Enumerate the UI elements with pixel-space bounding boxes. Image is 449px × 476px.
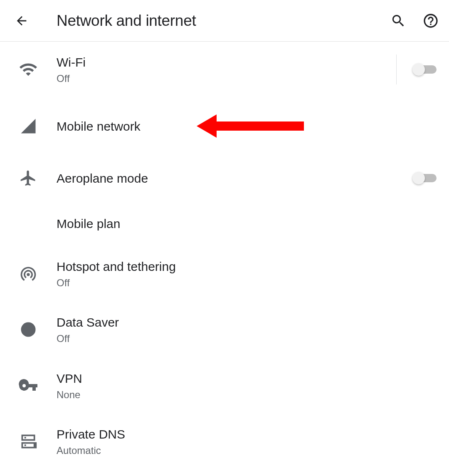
vpn-key-icon (0, 376, 57, 396)
item-wifi-sub: Off (57, 72, 384, 85)
item-wifi-title: Wi-Fi (57, 54, 384, 70)
item-mobile-plan-texts: Mobile plan (57, 216, 437, 232)
wifi-icon (0, 60, 57, 79)
wifi-divider (396, 55, 397, 84)
item-vpn-sub: None (57, 388, 437, 401)
item-mobile-network-texts: Mobile network (57, 118, 437, 134)
app-bar-actions (388, 11, 441, 31)
item-aeroplane-title: Aeroplane mode (57, 170, 401, 186)
help-outline-icon (422, 12, 439, 29)
item-mobile-plan-title: Mobile plan (57, 216, 437, 232)
item-mobile-plan[interactable]: Mobile plan (0, 201, 449, 246)
item-private-dns-title: Private DNS (57, 426, 437, 442)
item-hotspot-sub: Off (57, 276, 437, 289)
back-button[interactable] (12, 11, 32, 31)
item-wifi-trailing (384, 55, 437, 84)
item-data-saver-sub: Off (57, 332, 437, 345)
dns-icon (0, 432, 57, 451)
wifi-toggle-knob (412, 63, 425, 76)
item-aeroplane-texts: Aeroplane mode (57, 170, 401, 186)
item-data-saver-title: Data Saver (57, 314, 437, 330)
aeroplane-toggle[interactable] (413, 174, 437, 182)
wifi-toggle[interactable] (413, 65, 437, 74)
signal-cellular-icon (0, 117, 57, 135)
item-data-saver-texts: Data Saver Off (57, 314, 437, 345)
item-hotspot-texts: Hotspot and tethering Off (57, 258, 437, 289)
page-title: Network and internet (57, 12, 388, 30)
item-private-dns-sub: Automatic (57, 444, 437, 457)
item-private-dns-texts: Private DNS Automatic (57, 426, 437, 457)
item-vpn-texts: VPN None (57, 370, 437, 401)
search-icon (390, 13, 406, 29)
item-aeroplane-trailing (401, 174, 437, 182)
item-wifi-texts: Wi-Fi Off (57, 54, 384, 85)
airplane-icon (0, 169, 57, 187)
item-vpn[interactable]: VPN None (0, 358, 449, 414)
item-private-dns[interactable]: Private DNS Automatic (0, 414, 449, 469)
item-aeroplane-mode[interactable]: Aeroplane mode (0, 155, 449, 201)
item-wifi[interactable]: Wi-Fi Off (0, 42, 449, 97)
aeroplane-toggle-knob (412, 172, 425, 184)
data-saver-icon (0, 321, 57, 338)
hotspot-icon (0, 265, 57, 283)
item-mobile-network[interactable]: Mobile network (0, 97, 449, 155)
app-bar: Network and internet (0, 0, 449, 42)
arrow-back-icon (15, 14, 29, 28)
item-mobile-network-title: Mobile network (57, 118, 437, 134)
search-button[interactable] (388, 11, 408, 31)
item-hotspot[interactable]: Hotspot and tethering Off (0, 246, 449, 302)
item-vpn-title: VPN (57, 370, 437, 387)
help-button[interactable] (421, 11, 441, 31)
item-hotspot-title: Hotspot and tethering (57, 258, 437, 275)
item-data-saver[interactable]: Data Saver Off (0, 302, 449, 357)
settings-list: Wi-Fi Off Mobile network (0, 42, 449, 469)
